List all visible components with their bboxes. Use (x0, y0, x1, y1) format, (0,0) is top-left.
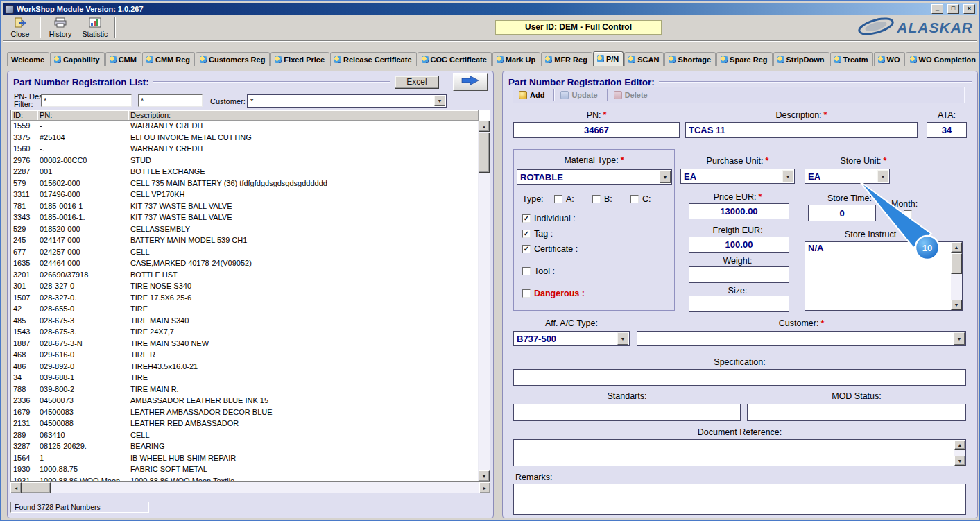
scroll-thumb[interactable] (479, 133, 490, 173)
scroll-right-icon[interactable]: ► (479, 482, 490, 493)
customer-combo[interactable]: ▼ (637, 331, 966, 346)
table-row[interactable]: 1559-WARRANTY CREDIT (11, 121, 479, 133)
freight-input[interactable] (689, 237, 789, 253)
table-row[interactable]: 468029-616-0TIRE R (11, 350, 479, 361)
tab-shortage[interactable]: Shortage (664, 52, 716, 66)
table-row[interactable]: 1635024464-000CASE,MARKED 40178-24(V0905… (11, 258, 479, 270)
certificate-checkbox[interactable]: ✓ Certificate : (522, 244, 578, 254)
table-row[interactable]: 7810185-0016-1KIT 737 WASTE BALL VALVE (11, 201, 479, 213)
size-input[interactable] (689, 296, 789, 312)
aff-ac-type-combo[interactable]: B737-500 ▼ (513, 331, 630, 346)
pn-filter-input[interactable] (41, 94, 132, 107)
checkbox-icon[interactable] (592, 195, 601, 203)
table-row[interactable]: 15641IB WHEEL HUB SHIM REPAIR (11, 453, 479, 465)
checkbox-icon[interactable]: ✓ (522, 214, 531, 223)
checkbox-icon[interactable] (522, 267, 531, 275)
table-row[interactable]: 1560-.WARRANTY CREDIT (11, 144, 479, 155)
table-row[interactable]: 19301000.88.75FABRIC SOFT METAL (11, 464, 479, 476)
checkbox-icon[interactable] (522, 289, 531, 298)
table-row[interactable]: 2287001BOTTLE EXCHANGE (11, 166, 479, 178)
scroll-down-icon[interactable]: ▼ (951, 300, 962, 310)
table-vertical-scrollbar[interactable]: ▲ ▼ (479, 121, 490, 481)
table-row[interactable]: 3311017496-000CELL VP170KH (11, 189, 479, 201)
table-row[interactable]: 233604500073AMBASSADOR LEATHER BLUE INK … (11, 395, 479, 407)
tag-checkbox[interactable]: ✓ Tag : (522, 229, 553, 239)
column-header-id[interactable]: ID: (11, 110, 37, 121)
pn-input[interactable] (513, 122, 680, 138)
column-header-description[interactable]: Description: (128, 110, 479, 121)
scroll-thumb[interactable] (22, 482, 51, 493)
tab-cmm[interactable]: CMM (105, 52, 141, 66)
scroll-track[interactable] (51, 482, 479, 493)
table-row[interactable]: 529018520-000CELLASSEMBLY (11, 224, 479, 236)
table-row[interactable]: 579015602-000CELL 735 MAIN BATTERY (36) … (11, 178, 479, 190)
scroll-up-icon[interactable]: ▲ (954, 440, 965, 450)
table-row[interactable]: 301028-327-0TIRE NOSE S340 (11, 281, 479, 293)
close-button[interactable]: Close (3, 16, 37, 40)
table-horizontal-scrollbar[interactable]: ◄ ► (10, 482, 490, 493)
table-row[interactable]: 34039-688-1TIRE (11, 373, 479, 384)
scroll-down-icon[interactable]: ▼ (479, 470, 490, 481)
table-row[interactable]: 42028-655-0TIRE (11, 304, 479, 316)
scroll-up-icon[interactable]: ▲ (951, 242, 962, 253)
table-row[interactable]: 289063410CELL (11, 430, 479, 442)
purchase-unit-combo[interactable]: EA ▼ (680, 169, 795, 184)
add-button[interactable]: Add (516, 89, 551, 101)
chevron-down-icon[interactable]: ▼ (434, 96, 445, 106)
type-b-checkbox[interactable]: B: (592, 194, 612, 204)
individual-checkbox[interactable]: ✓ Individual : (522, 214, 576, 223)
table-row[interactable]: 167904500083LEATHER AMBASSADOR DECOR BLU… (11, 407, 479, 419)
table-row[interactable]: 3201026690/37918BOTTLE HST (11, 270, 479, 282)
table-row[interactable]: 1543028-675-3.TIRE 24X7,7 (11, 327, 479, 339)
delete-button[interactable]: Delete (611, 89, 654, 101)
remarks-textarea[interactable] (513, 484, 966, 515)
tab-capability[interactable]: Capability (50, 52, 105, 66)
table-row[interactable]: 3375#25104ELI OU INVOICE METAL CUTTING (11, 133, 479, 144)
material-type-combo[interactable]: ROTABLE ▼ (517, 169, 672, 185)
tab-p-n[interactable]: P/N (593, 51, 624, 66)
checkbox-icon[interactable]: ✓ (522, 230, 531, 238)
checkbox-icon[interactable]: ✓ (522, 245, 531, 253)
table-row[interactable]: 788039-800-2TIRE MAIN R. (11, 384, 479, 396)
minimize-button[interactable]: _ (931, 4, 943, 14)
tab-welcome[interactable]: Welcome (7, 52, 49, 66)
tab-mfr-reg[interactable]: MFR Reg (541, 52, 592, 66)
description-input[interactable] (685, 122, 918, 138)
mod-status-input[interactable] (747, 404, 966, 421)
scroll-thumb[interactable] (951, 253, 962, 274)
ata-input[interactable] (927, 122, 967, 138)
table-row[interactable]: 1507028-327-0.TIRE 17.5X6.25-6 (11, 293, 479, 305)
tab-scan[interactable]: SCAN (624, 52, 664, 66)
table-row[interactable]: 245024147-000BATTERY MAIN MODEL 539 CH1 (11, 235, 479, 247)
desc-filter-input[interactable] (138, 94, 203, 107)
store-instruction-scrollbar[interactable]: ▲ ▼ (951, 242, 962, 310)
price-input[interactable] (689, 203, 789, 219)
table-row[interactable]: 485028-675-3TIRE MAIN S340 (11, 316, 479, 327)
table-row[interactable]: 19311000.88.86 WOO Moon1000.88.86 WOO Mo… (11, 476, 479, 482)
maximize-button[interactable]: □ (947, 4, 959, 14)
tab-wo-completion[interactable]: WO Completion (906, 52, 980, 66)
tab-treatm[interactable]: Treatm (830, 52, 873, 66)
customer-filter-combo[interactable]: * ▼ (247, 94, 447, 108)
document-reference-textarea[interactable] (513, 439, 966, 466)
checkbox-icon[interactable] (554, 195, 562, 203)
type-c-checkbox[interactable]: C: (630, 194, 651, 204)
tab-mark-up[interactable]: Mark Up (492, 52, 540, 66)
update-button[interactable]: Update (558, 89, 603, 101)
forward-button[interactable] (453, 73, 488, 91)
table-row[interactable]: 33430185-0016-1.KIT 737 WASTE BALL VALVE (11, 212, 479, 224)
table-row[interactable]: 677024257-000CELL (11, 247, 479, 259)
scroll-up-icon[interactable]: ▲ (479, 121, 490, 132)
excel-button[interactable]: Excel (395, 76, 439, 89)
tab-customers-reg[interactable]: Customers Reg (196, 52, 270, 66)
document-reference-scrollbar[interactable]: ▲ ▼ (954, 440, 965, 466)
table-row[interactable]: 486029-892-0TIREH43.5x16.0-21 (11, 361, 479, 373)
scroll-down-icon[interactable]: ▼ (954, 456, 965, 466)
standarts-input[interactable] (513, 404, 741, 421)
chevron-down-icon[interactable]: ▼ (617, 332, 628, 345)
specification-input[interactable] (513, 369, 966, 386)
table-row[interactable]: 328708125-20629.BEARING (11, 441, 479, 453)
tab-coc-certificate[interactable]: COC Certificate (418, 52, 492, 66)
table-row[interactable]: 297600082-00CC0STUD (11, 155, 479, 167)
tab-fixed-price[interactable]: Fixed Price (270, 52, 329, 66)
